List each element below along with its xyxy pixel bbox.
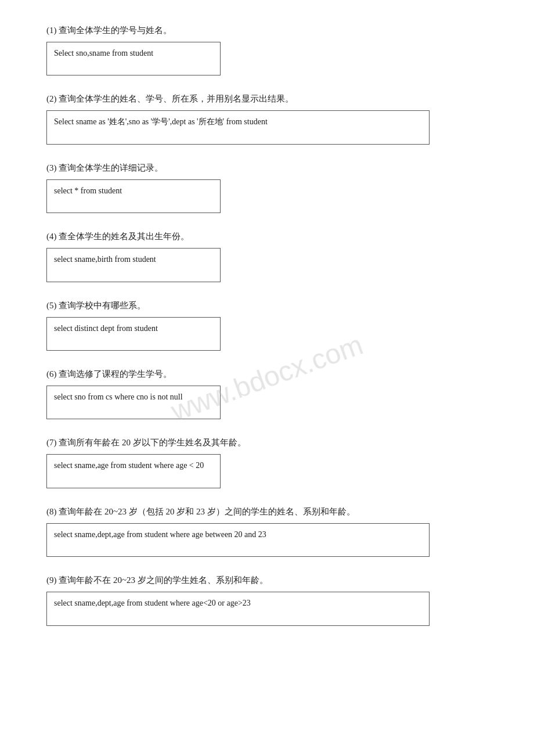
sql-box-q2: Select sname as '姓名',sno as '学号',dept as… xyxy=(46,110,430,144)
question-block-q7: (7) 查询所有年龄在 20 岁以下的学生姓名及其年龄。select sname… xyxy=(46,435,488,488)
sql-empty-q2 xyxy=(54,129,422,139)
question-label-q2: (2) 查询全体学生的姓名、学号、所在系，并用别名显示出结果。 xyxy=(46,92,488,106)
sql-text-q6: select sno from cs where cno is not null xyxy=(54,391,213,404)
question-label-q3: (3) 查询全体学生的详细记录。 xyxy=(46,161,488,175)
sql-text-q2: Select sname as '姓名',sno as '学号',dept as… xyxy=(54,116,422,128)
sql-text-q8: select sname,dept,age from student where… xyxy=(54,528,422,541)
question-label-q9: (9) 查询年龄不在 20~23 岁之间的学生姓名、系别和年龄。 xyxy=(46,573,488,587)
question-block-q8: (8) 查询年龄在 20~23 岁（包括 20 岁和 23 岁）之间的学生的姓名… xyxy=(46,505,488,557)
sql-box-q1: Select sno,sname from student xyxy=(46,42,221,75)
sql-empty-q8 xyxy=(54,541,422,552)
sql-text-q4: select sname,birth from student xyxy=(54,253,213,266)
sql-text-q5: select distinct dept from student xyxy=(54,322,213,335)
sql-text-q9: select sname,dept,age from student where… xyxy=(54,597,422,610)
sql-box-q3: select * from student xyxy=(46,179,221,213)
question-block-q9: (9) 查询年龄不在 20~23 岁之间的学生姓名、系别和年龄。select s… xyxy=(46,573,488,625)
sql-text-q1: Select sno,sname from student xyxy=(54,47,213,60)
sql-box-q9: select sname,dept,age from student where… xyxy=(46,592,430,625)
question-block-q4: (4) 查全体学生的姓名及其出生年份。select sname,birth fr… xyxy=(46,229,488,282)
question-block-q1: (1) 查询全体学生的学号与姓名。Select sno,sname from s… xyxy=(46,23,488,75)
sql-empty-q4 xyxy=(54,267,213,277)
question-label-q8: (8) 查询年龄在 20~23 岁（包括 20 岁和 23 岁）之间的学生的姓名… xyxy=(46,505,488,519)
sql-text-q3: select * from student xyxy=(54,185,213,197)
sql-empty-q7 xyxy=(54,473,213,483)
sql-empty-q3 xyxy=(54,197,213,208)
sql-empty-q6 xyxy=(54,404,213,414)
sql-text-q7: select sname,age from student where age … xyxy=(54,459,213,472)
question-label-q6: (6) 查询选修了课程的学生学号。 xyxy=(46,367,488,381)
sql-box-q6: select sno from cs where cno is not null xyxy=(46,386,221,419)
sql-empty-q9 xyxy=(54,610,422,621)
sql-empty-q1 xyxy=(54,60,213,70)
question-block-q2: (2) 查询全体学生的姓名、学号、所在系，并用别名显示出结果。Select sn… xyxy=(46,92,488,144)
questions-container: (1) 查询全体学生的学号与姓名。Select sno,sname from s… xyxy=(46,23,488,626)
sql-box-q4: select sname,birth from student xyxy=(46,248,221,282)
sql-empty-q5 xyxy=(54,335,213,345)
question-label-q7: (7) 查询所有年龄在 20 岁以下的学生姓名及其年龄。 xyxy=(46,435,488,449)
sql-box-q7: select sname,age from student where age … xyxy=(46,454,221,488)
question-block-q5: (5) 查询学校中有哪些系。select distinct dept from … xyxy=(46,298,488,351)
question-label-q5: (5) 查询学校中有哪些系。 xyxy=(46,298,488,312)
question-block-q6: (6) 查询选修了课程的学生学号。select sno from cs wher… xyxy=(46,367,488,419)
question-label-q1: (1) 查询全体学生的学号与姓名。 xyxy=(46,23,488,37)
sql-box-q5: select distinct dept from student xyxy=(46,317,221,351)
question-label-q4: (4) 查全体学生的姓名及其出生年份。 xyxy=(46,229,488,243)
question-block-q3: (3) 查询全体学生的详细记录。select * from student xyxy=(46,161,488,213)
sql-box-q8: select sname,dept,age from student where… xyxy=(46,523,430,557)
